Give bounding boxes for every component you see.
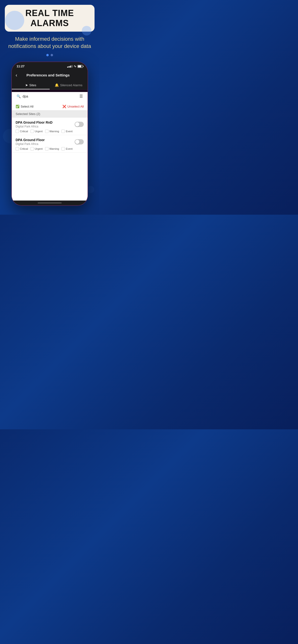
section-label: Selected Sites (2) bbox=[16, 112, 40, 116]
tab-sites-label: Sites bbox=[29, 84, 36, 87]
unselect-all-label: Unselect All bbox=[67, 105, 84, 108]
pagination-dots bbox=[46, 54, 53, 56]
status-bar: 11:27 ∿ bbox=[12, 62, 88, 70]
search-input[interactable] bbox=[23, 94, 77, 98]
header-banner: REAL TIME ALARMS bbox=[5, 5, 95, 32]
site1-critical-checkbox[interactable] bbox=[16, 130, 19, 133]
site1-event-item: Event bbox=[61, 130, 72, 133]
site1-urgent-item: Urgent bbox=[31, 130, 43, 133]
site2-warning-item: Warning bbox=[45, 147, 59, 150]
signal-icon bbox=[67, 65, 72, 68]
site2-toggle[interactable] bbox=[75, 139, 84, 144]
wifi-icon: ∿ bbox=[74, 64, 76, 68]
site2-header-row: DPA Ground Floor Digital Park Africa bbox=[16, 138, 84, 146]
site2-critical-item: Critical bbox=[16, 147, 28, 150]
site2-toggle-knob bbox=[75, 140, 79, 144]
search-bar: 🔍 ☰ bbox=[14, 92, 85, 100]
battery-icon bbox=[77, 65, 83, 68]
select-unselect-row: ✅ Select All ❌ Unselect All bbox=[12, 103, 88, 110]
section-header: Selected Sites (2) bbox=[12, 110, 88, 118]
site1-event-label: Event bbox=[66, 130, 72, 133]
site2-sub: Digital Park Africa bbox=[16, 142, 45, 146]
site2-event-label: Event bbox=[66, 147, 72, 150]
phone-frame: 11:27 ∿ ‹ Preferences and Settings ➤ Sit… bbox=[11, 62, 88, 206]
site2-checkbox-row: Critical Urgent Warning Event bbox=[16, 147, 84, 150]
site2-warning-label: Warning bbox=[49, 147, 59, 150]
tabs-container: ➤ Sites 🔔 Silenced Alarms bbox=[12, 81, 88, 90]
site1-header-row: DPA Ground Floor RnD Digital Park Africa bbox=[16, 120, 84, 128]
site2-critical-label: Critical bbox=[20, 147, 28, 150]
site2-info: DPA Ground Floor Digital Park Africa bbox=[16, 138, 45, 146]
site1-checkbox-row: Critical Urgent Warning Event bbox=[16, 130, 84, 133]
time-display: 11:27 bbox=[17, 64, 25, 68]
site1-sub: Digital Park Africa bbox=[16, 125, 53, 128]
phone-content: 🔍 ☰ ✅ Select All ❌ Unselect All Selected… bbox=[12, 92, 88, 200]
back-button[interactable]: ‹ bbox=[16, 72, 17, 78]
site2-urgent-item: Urgent bbox=[31, 147, 43, 150]
dot-2[interactable] bbox=[51, 54, 53, 56]
site2-urgent-label: Urgent bbox=[35, 147, 43, 150]
tab-silenced-label: Silenced Alarms bbox=[60, 84, 82, 87]
site-item-2: DPA Ground Floor Digital Park Africa Cri… bbox=[12, 135, 88, 152]
bell-off-icon: 🔔 bbox=[55, 83, 59, 87]
site1-event-checkbox[interactable] bbox=[61, 130, 65, 133]
site1-warning-label: Warning bbox=[49, 130, 59, 133]
site2-warning-checkbox[interactable] bbox=[45, 147, 49, 150]
select-all-button[interactable]: ✅ Select All bbox=[16, 105, 33, 108]
site1-urgent-checkbox[interactable] bbox=[31, 130, 34, 133]
site1-warning-item: Warning bbox=[45, 130, 59, 133]
unselect-all-icon: ❌ bbox=[62, 105, 66, 108]
nav-title: Preferences and Settings bbox=[20, 73, 77, 77]
subtitle-text: Make informed decisions with notificatio… bbox=[0, 36, 99, 50]
site1-critical-item: Critical bbox=[16, 130, 28, 133]
site2-urgent-checkbox[interactable] bbox=[31, 147, 34, 150]
site1-urgent-label: Urgent bbox=[35, 130, 43, 133]
site1-toggle[interactable] bbox=[75, 122, 84, 127]
sites-list: Selected Sites (2) DPA Ground Floor RnD … bbox=[12, 110, 88, 200]
select-all-label: Select All bbox=[21, 105, 33, 108]
filter-icon[interactable]: ☰ bbox=[79, 94, 83, 98]
dot-1[interactable] bbox=[46, 54, 49, 56]
site-item-1: DPA Ground Floor RnD Digital Park Africa… bbox=[12, 118, 88, 135]
unselect-all-button[interactable]: ❌ Unselect All bbox=[62, 105, 84, 108]
site1-critical-label: Critical bbox=[20, 130, 28, 133]
sites-icon: ➤ bbox=[25, 83, 28, 87]
site2-name: DPA Ground Floor bbox=[16, 138, 45, 142]
home-indicator bbox=[12, 200, 88, 205]
site1-name: DPA Ground Floor RnD bbox=[16, 120, 53, 124]
main-title: REAL TIME ALARMS bbox=[12, 8, 87, 28]
site1-info: DPA Ground Floor RnD Digital Park Africa bbox=[16, 120, 53, 128]
site2-event-checkbox[interactable] bbox=[61, 147, 65, 150]
status-icons: ∿ bbox=[67, 64, 83, 68]
site1-warning-checkbox[interactable] bbox=[45, 130, 49, 133]
empty-space bbox=[12, 152, 88, 200]
site2-event-item: Event bbox=[61, 147, 72, 150]
search-icon: 🔍 bbox=[17, 94, 21, 98]
site1-toggle-knob bbox=[75, 122, 79, 126]
nav-bar: ‹ Preferences and Settings bbox=[12, 70, 88, 81]
site2-critical-checkbox[interactable] bbox=[16, 147, 19, 150]
tab-sites[interactable]: ➤ Sites bbox=[12, 81, 50, 89]
tab-silenced-alarms[interactable]: 🔔 Silenced Alarms bbox=[50, 81, 88, 89]
select-all-icon: ✅ bbox=[16, 105, 20, 108]
home-bar bbox=[38, 202, 62, 204]
